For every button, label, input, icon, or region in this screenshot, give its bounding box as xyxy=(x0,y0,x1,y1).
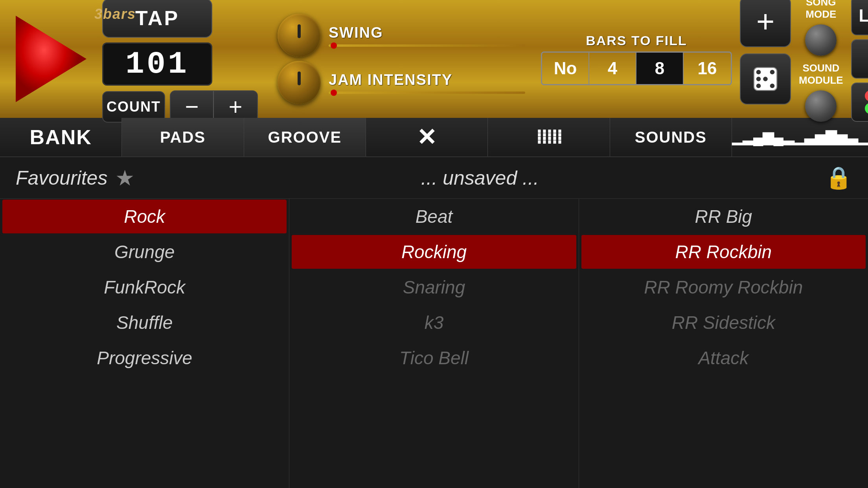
bar-option-16[interactable]: 16 xyxy=(684,53,731,84)
genre-item-funkrock[interactable]: FunkRock xyxy=(0,270,289,305)
favourites-row: Favourites ★ ... unsaved ... 🔒 xyxy=(0,157,868,199)
play-logo xyxy=(8,8,94,110)
header: 3bars TAP 101 COUNT − + SWING JAM xyxy=(0,0,868,118)
add-dice-column: + xyxy=(740,0,791,122)
sound-item-rr-roomy[interactable]: RR Roomy Rockbin xyxy=(579,270,868,305)
bars-options: No 4 8 16 xyxy=(541,51,732,85)
beat-item-beat[interactable]: Beat xyxy=(289,199,578,234)
svg-point-3 xyxy=(770,70,775,74)
main-content: Favourites ★ ... unsaved ... 🔒 Rock Grun… xyxy=(0,157,868,488)
sound-item-attack[interactable]: Attack xyxy=(579,340,868,376)
beat-item-k3[interactable]: k3 xyxy=(289,305,578,340)
nav-tabs: BANK PADS GROOVE ✕ ⁞⁞⁞⁞⁞ SOUNDS ▁▂▄▆▄▂▁▃… xyxy=(0,118,868,157)
palette-dot-red xyxy=(865,90,868,101)
tab-sounds[interactable]: SOUNDS xyxy=(610,118,732,156)
bar-option-4[interactable]: 4 xyxy=(589,53,636,84)
sound-item-rr-sidestick[interactable]: RR Sidestick xyxy=(579,305,868,340)
beat-item-rocking[interactable]: Rocking xyxy=(292,235,576,269)
star-icon[interactable]: ★ xyxy=(115,165,134,191)
jam-knob[interactable] xyxy=(278,61,321,104)
beat-item-ticobell[interactable]: Tico Bell xyxy=(289,340,578,376)
tab-groove[interactable]: GROOVE xyxy=(244,118,366,156)
bar-option-8[interactable]: 8 xyxy=(636,53,684,84)
swing-label: SWING xyxy=(329,24,525,41)
jam-slider-dot xyxy=(331,90,337,96)
palette-button[interactable] xyxy=(851,83,868,122)
svg-marker-0 xyxy=(16,16,86,102)
swing-slider[interactable] xyxy=(329,44,525,47)
genre-column: Rock Grunge FunkRock Shuffle Progressive xyxy=(0,199,289,488)
knobs-area: SWING JAM INTENSITY xyxy=(278,14,525,104)
sound-item-rr-big[interactable]: RR Big xyxy=(579,199,868,234)
right-controls: + SONGMODE SOUNDMODULE Link xyxy=(740,0,868,122)
link-button[interactable]: Link xyxy=(851,0,868,35)
jam-slider[interactable] xyxy=(329,92,525,94)
waveform-icon: ▁▂▄▆▄▂▁▃▅▇▅▃▁ xyxy=(732,129,868,145)
beat-item-snaring[interactable]: Snaring xyxy=(289,270,578,305)
swing-knob[interactable] xyxy=(278,14,321,57)
add-button[interactable]: + xyxy=(740,0,791,47)
jam-row: JAM INTENSITY xyxy=(278,61,525,104)
dice-icon xyxy=(752,65,779,93)
link-info-palette-column: Link i xyxy=(851,0,868,122)
genre-item-shuffle[interactable]: Shuffle xyxy=(0,305,289,340)
info-button[interactable]: i xyxy=(851,39,868,79)
palette-icon xyxy=(865,90,868,114)
svg-point-5 xyxy=(770,83,775,88)
svg-point-4 xyxy=(756,83,761,88)
palette-dot-green xyxy=(865,103,868,114)
genre-item-grunge[interactable]: Grunge xyxy=(0,234,289,270)
swing-slider-dot xyxy=(331,42,337,49)
mixer-icon: ⁞⁞⁞⁞⁞ xyxy=(536,126,561,149)
unsaved-label: ... unsaved ... xyxy=(142,167,817,189)
bars-label: 3bars xyxy=(94,6,136,22)
sound-column: RR Big RR Rockbin RR Roomy Rockbin RR Si… xyxy=(579,199,868,488)
genre-item-progressive[interactable]: Progressive xyxy=(0,340,289,376)
svg-point-6 xyxy=(763,77,768,81)
sound-item-rr-rockbin[interactable]: RR Rockbin xyxy=(581,235,866,269)
bars-section: BARS TO FILL No 4 8 16 xyxy=(541,33,732,85)
bar-option-no[interactable]: No xyxy=(542,53,589,84)
genre-item-rock[interactable]: Rock xyxy=(2,200,287,233)
favourites-label: Favourites xyxy=(16,167,107,189)
play-triangle-icon xyxy=(12,12,90,106)
columns-section: Rock Grunge FunkRock Shuffle Progressive… xyxy=(0,199,868,488)
song-mode-toggle[interactable] xyxy=(805,24,837,56)
tab-bank[interactable]: BANK xyxy=(0,118,122,156)
jam-label: JAM INTENSITY xyxy=(329,72,525,88)
dice-button[interactable] xyxy=(740,53,791,105)
bpm-display: 101 xyxy=(102,42,212,86)
tab-waveform[interactable]: ▁▂▄▆▄▂▁▃▅▇▅▃▁ xyxy=(732,118,868,156)
tab-mixer[interactable]: ⁞⁞⁞⁞⁞ xyxy=(488,118,610,156)
svg-point-2 xyxy=(756,70,761,74)
tab-pads[interactable]: PADS xyxy=(122,118,244,156)
sound-module-toggle[interactable] xyxy=(805,90,837,122)
tab-close[interactable]: ✕ xyxy=(366,118,488,156)
beat-column: Beat Rocking Snaring k3 Tico Bell xyxy=(289,199,578,488)
song-mode-column: SONGMODE SOUNDMODULE xyxy=(799,0,843,122)
lock-icon: 🔒 xyxy=(825,165,852,191)
swing-row: SWING xyxy=(278,14,525,57)
bars-fill-label: BARS TO FILL xyxy=(541,33,732,48)
svg-point-7 xyxy=(756,77,761,81)
sound-module-label: SOUNDMODULE xyxy=(799,62,843,86)
song-mode-label: SONGMODE xyxy=(805,0,836,20)
